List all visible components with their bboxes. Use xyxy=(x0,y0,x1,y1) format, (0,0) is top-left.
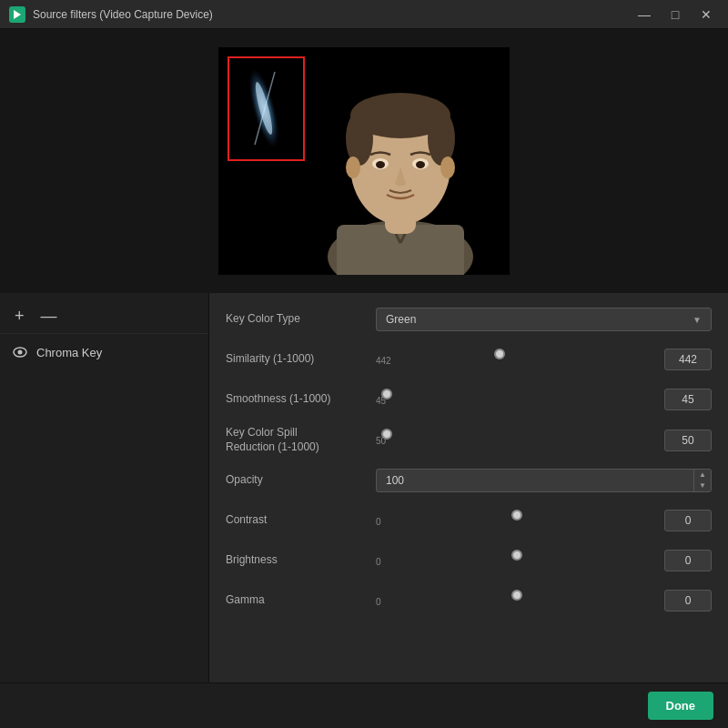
opacity-row: Opacity ▲ ▼ xyxy=(226,467,712,494)
visibility-icon[interactable] xyxy=(13,345,27,359)
gamma-row: Gamma 0 xyxy=(226,587,712,614)
opacity-label: Opacity xyxy=(226,473,376,488)
gamma-slider-row: 0 xyxy=(376,590,712,612)
brightness-row: Brightness 0 xyxy=(226,547,712,574)
brightness-control: 0 xyxy=(376,550,712,571)
brightness-slider-thumb[interactable] xyxy=(511,550,522,561)
smoothness-label: Smoothness (1-1000) xyxy=(226,392,376,407)
opacity-input[interactable] xyxy=(377,470,693,491)
sidebar: + — Chroma Key xyxy=(0,293,209,682)
similarity-value-text: 442 xyxy=(376,356,657,366)
maximize-button[interactable]: □ xyxy=(662,5,688,24)
opacity-spinner[interactable]: ▲ ▼ xyxy=(376,469,712,492)
similarity-slider-thumb[interactable] xyxy=(494,349,505,359)
svg-point-11 xyxy=(346,111,373,166)
smoothness-row: Smoothness (1-1000) 45 xyxy=(226,386,712,413)
spill-value-text: 50 xyxy=(376,436,657,446)
video-preview xyxy=(218,47,510,275)
similarity-control: 442 xyxy=(376,349,712,370)
sidebar-toolbar: + — xyxy=(0,302,208,334)
key-color-value: Green xyxy=(386,313,416,326)
smoothness-slider-thumb[interactable] xyxy=(381,389,392,399)
window-controls: — □ ✕ xyxy=(632,5,719,24)
settings-panel: Key Color Type Green ▼ Similarity (1-100… xyxy=(209,293,728,682)
smoothness-control: 45 xyxy=(376,389,712,410)
filter-item-chroma-key[interactable]: Chroma Key xyxy=(0,338,208,367)
svg-point-17 xyxy=(346,157,360,178)
gamma-num-input[interactable] xyxy=(664,590,712,612)
key-color-type-label: Key Color Type xyxy=(226,312,376,327)
main-content: + — Chroma Key Key Color Type xyxy=(0,29,728,728)
dropdown-arrow-icon: ▼ xyxy=(693,315,702,325)
contrast-row: Contrast 0 xyxy=(226,507,712,534)
opacity-down-button[interactable]: ▼ xyxy=(694,480,711,491)
contrast-control: 0 xyxy=(376,510,712,531)
svg-point-18 xyxy=(440,157,455,178)
titlebar: Source filters (Video Capture Device) — … xyxy=(0,0,728,29)
opacity-control: ▲ ▼ xyxy=(376,469,712,492)
app-icon xyxy=(9,6,25,23)
contrast-num-input[interactable] xyxy=(664,510,712,531)
gamma-control: 0 xyxy=(376,590,712,612)
spill-slider-row: 50 xyxy=(376,430,712,451)
brightness-label: Brightness xyxy=(226,553,376,568)
svg-point-15 xyxy=(376,161,385,168)
contrast-label: Contrast xyxy=(226,513,376,528)
similarity-slider-row: 442 xyxy=(376,349,712,370)
spill-reduction-row: Key Color SpillReduction (1-1000) 50 xyxy=(226,426,712,454)
svg-marker-0 xyxy=(14,10,21,19)
key-color-type-control: Green ▼ xyxy=(376,308,712,331)
svg-point-12 xyxy=(428,111,455,166)
person-preview xyxy=(218,47,510,275)
gamma-slider-container: 0 xyxy=(376,595,657,607)
window-title: Source filters (Video Capture Device) xyxy=(33,8,632,21)
remove-filter-button[interactable]: — xyxy=(37,306,61,326)
opacity-up-button[interactable]: ▲ xyxy=(694,470,711,480)
key-color-dropdown[interactable]: Green ▼ xyxy=(376,308,712,331)
gamma-label: Gamma xyxy=(226,593,376,608)
contrast-slider-container: 0 xyxy=(376,515,657,527)
spill-reduction-label: Key Color SpillReduction (1-1000) xyxy=(226,426,376,454)
contrast-slider-row: 0 xyxy=(376,510,712,531)
spill-slider-container: 50 xyxy=(376,434,657,446)
content-area: + — Chroma Key Key Color Type xyxy=(0,293,728,682)
contrast-slider-thumb[interactable] xyxy=(511,510,522,521)
brightness-slider-container: 0 xyxy=(376,555,657,567)
preview-area xyxy=(0,29,728,293)
brightness-num-input[interactable] xyxy=(664,550,712,571)
key-color-type-row: Key Color Type Green ▼ xyxy=(226,306,712,333)
smoothness-slider-container: 45 xyxy=(376,394,657,406)
smoothness-slider-row: 45 xyxy=(376,389,712,410)
similarity-label: Similarity (1-1000) xyxy=(226,352,376,367)
spill-slider-thumb[interactable] xyxy=(381,429,392,440)
similarity-slider-container: 442 xyxy=(376,354,657,366)
bottom-bar: Done xyxy=(0,682,728,728)
minimize-button[interactable]: — xyxy=(632,5,657,24)
smoothness-num-input[interactable] xyxy=(664,389,712,410)
spill-num-input[interactable] xyxy=(664,430,712,451)
add-filter-button[interactable]: + xyxy=(11,306,28,326)
filter-label-chroma-key: Chroma Key xyxy=(36,346,102,359)
spill-reduction-control: 50 xyxy=(376,430,712,451)
svg-point-20 xyxy=(18,350,23,355)
similarity-row: Similarity (1-1000) 442 xyxy=(226,346,712,373)
close-button[interactable]: ✕ xyxy=(693,5,719,24)
brightness-slider-row: 0 xyxy=(376,550,712,571)
gamma-slider-thumb[interactable] xyxy=(511,590,522,601)
svg-point-16 xyxy=(416,161,425,168)
spin-arrows: ▲ ▼ xyxy=(693,470,711,491)
done-button[interactable]: Done xyxy=(648,692,714,720)
similarity-num-input[interactable] xyxy=(664,349,712,370)
smoothness-value-text: 45 xyxy=(376,396,657,406)
